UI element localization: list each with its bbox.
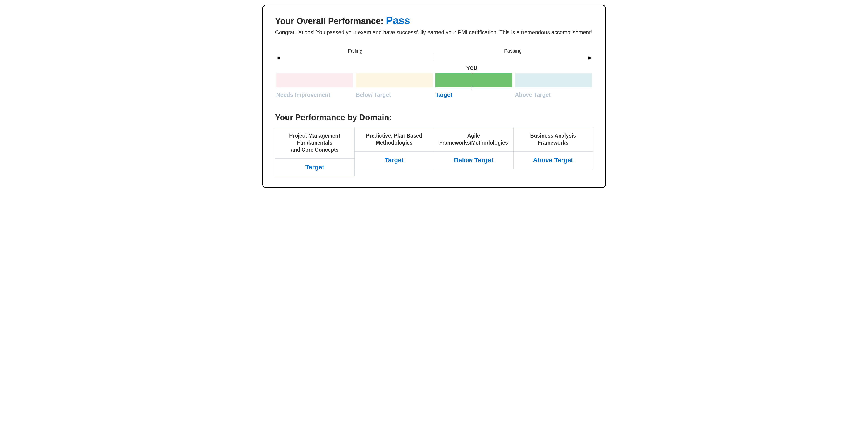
domain-name-3: Business Analysis Frameworks: [513, 127, 593, 152]
title-prefix: Your Overall Performance:: [275, 16, 386, 26]
svg-marker-2: [588, 56, 592, 60]
level-label-1: Below Target: [356, 91, 433, 98]
level-label-2: Target: [435, 91, 513, 98]
scale-region-labels: Failing Passing: [276, 48, 592, 54]
scale-center-tick: [434, 54, 434, 60]
domain-column-1: Predictive, Plan-Based MethodologiesTarg…: [355, 127, 434, 176]
overall-result: Pass: [386, 14, 410, 26]
scale-axis: [276, 55, 592, 61]
domain-column-0: Project Management Fundamentals and Core…: [275, 127, 355, 176]
scale-bar-2: [435, 73, 513, 87]
domain-performance-table: Project Management Fundamentals and Core…: [275, 127, 593, 176]
domain-column-2: Agile Frameworks/MethodologiesBelow Targ…: [434, 127, 514, 176]
domain-name-0: Project Management Fundamentals and Core…: [275, 127, 355, 158]
domain-name-1: Predictive, Plan-Based Methodologies: [354, 127, 434, 152]
overall-performance-title: Your Overall Performance: Pass: [275, 14, 593, 27]
scale-bar-0: [276, 73, 353, 87]
you-marker-row: YOU: [276, 65, 592, 72]
svg-marker-1: [276, 56, 280, 60]
domain-score-3: Above Target: [513, 151, 593, 169]
level-label-3: Above Target: [515, 91, 592, 98]
scale-bar-3: [515, 73, 592, 87]
domain-name-2: Agile Frameworks/Methodologies: [434, 127, 514, 152]
you-tick-bottom: [472, 86, 472, 90]
scale-level-labels: Needs ImprovementBelow TargetTargetAbove…: [276, 91, 592, 98]
domain-section-title: Your Performance by Domain:: [275, 113, 593, 122]
scale-failing-label: Failing: [276, 48, 434, 54]
domain-score-1: Target: [354, 151, 434, 169]
scale-bars: [276, 73, 592, 87]
you-tick-top: [472, 71, 472, 74]
performance-scale: Failing Passing YOU Needs ImprovementBel…: [276, 48, 592, 98]
scale-passing-label: Passing: [434, 48, 592, 54]
domain-score-0: Target: [275, 158, 355, 176]
you-label: YOU: [466, 65, 477, 71]
level-label-0: Needs Improvement: [276, 91, 353, 98]
domain-column-3: Business Analysis FrameworksAbove Target: [514, 127, 593, 176]
domain-score-2: Below Target: [434, 151, 514, 169]
congrats-message: Congratulations! You passed your exam an…: [275, 29, 593, 35]
scale-bar-1: [356, 73, 433, 87]
performance-report-card: Your Overall Performance: Pass Congratul…: [262, 4, 606, 188]
